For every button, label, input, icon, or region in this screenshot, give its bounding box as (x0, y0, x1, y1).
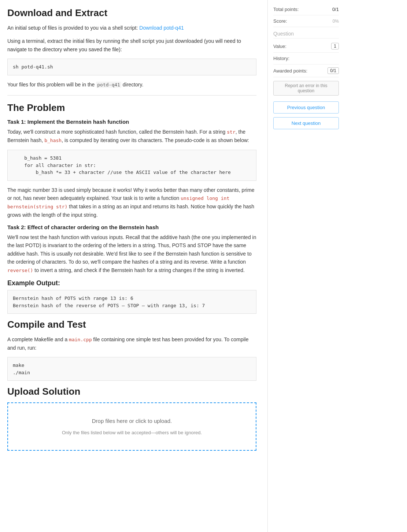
score-row: Score: 0% (273, 15, 339, 27)
history-row: History: (273, 53, 339, 64)
task1-str-inline: str (227, 129, 235, 135)
section1-para3-prefix: Your files for this problem will be in t… (7, 82, 96, 88)
main-cpp-inline: main.cpp (69, 337, 92, 342)
awarded-label: Awarded points: (273, 68, 307, 74)
section1-intro-para: An initial setup of files is provided to… (7, 24, 256, 32)
task1-title: Task 1: Implement the Bernstein hash fun… (7, 119, 256, 125)
compile-title: Compile and Test (7, 319, 256, 330)
pseudo-code-block: b_hash = 5381 for all character in str: … (7, 150, 256, 181)
upload-drop-text: Drop files here or click to upload. (15, 418, 248, 424)
task1-para1c: , is computed by iterating over its char… (62, 137, 249, 143)
task1-b-hash-inline: b_hash (44, 138, 62, 143)
score-value: 0% (333, 19, 339, 24)
section1-para2: Using a terminal, extract the initial fi… (7, 37, 256, 53)
upload-accept-text: Only the files listed below will be acce… (15, 430, 248, 435)
total-points-row: Total points: 0/1 (273, 4, 339, 15)
compile-code-block: make ./main (7, 357, 256, 381)
upload-dropzone[interactable]: Drop files here or click to upload. Only… (7, 402, 256, 451)
report-error-button[interactable]: Report an error in this question (273, 81, 339, 96)
task1-para1: Today, we'll construct a more sophistica… (7, 128, 256, 145)
value-badge: 1 (331, 43, 339, 49)
download-link[interactable]: Download potd-q41 (139, 25, 184, 31)
task2-title: Task 2: Effect of character ordering on … (7, 224, 256, 230)
upload-title: Upload Solution (7, 386, 256, 397)
question-placeholder: Question (273, 27, 339, 38)
value-row: Value: 1 (273, 40, 339, 53)
value-label: Value: (273, 44, 286, 49)
section1-title: Download and Extract (7, 7, 256, 19)
task2-para1-text: We'll now test the hash function with va… (7, 234, 256, 265)
awarded-row: Awarded points: 0/1 (273, 64, 339, 77)
compile-para1: A complete Makefile and a main.cpp file … (7, 335, 256, 352)
potd-q41-inline: potd-q41 (96, 82, 121, 88)
total-points-label: Total points: (273, 7, 299, 12)
section2-title: The Problem (7, 102, 256, 114)
score-label: Score: (273, 18, 287, 24)
section1-intro-text: An initial setup of files is provided to… (7, 25, 139, 31)
task2-para1: We'll now test the hash function with va… (7, 233, 256, 274)
example-code-block: Bernstein hash of POTS with range 13 is:… (7, 290, 256, 314)
shell-code-block: sh potd-q41.sh (7, 59, 256, 75)
prev-question-button[interactable]: Previous question (273, 101, 339, 114)
section1-para3-suffix: directory. (121, 82, 143, 88)
history-label: History: (273, 56, 289, 61)
compile-para1-prefix: A complete Makefile and a (7, 336, 69, 342)
awarded-badge: 0/1 (328, 67, 339, 74)
total-points-value: 0/1 (332, 7, 339, 12)
next-question-button[interactable]: Next question (273, 117, 339, 129)
example-title: Example Output: (7, 279, 256, 287)
sidebar: Total points: 0/1 Score: 0% Question Val… (267, 0, 344, 532)
task1-para2: The magic number 33 is used simply becau… (7, 186, 256, 219)
main-content: Download and Extract An initial setup of… (0, 0, 267, 532)
divider-1 (7, 95, 256, 96)
task2-para1b: to invert a string, and check if the Ber… (33, 267, 244, 273)
task1-para1-text: Today, we'll construct a more sophistica… (7, 129, 227, 135)
section1-para3: Your files for this problem will be in t… (7, 81, 256, 89)
task2-function-inline: reverse() (7, 268, 33, 273)
